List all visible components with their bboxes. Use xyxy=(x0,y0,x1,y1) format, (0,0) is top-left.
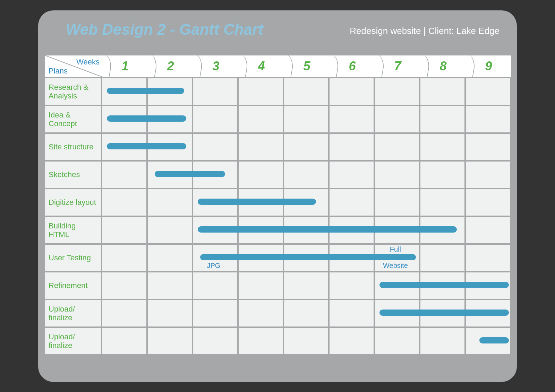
plans-axis-label: Plans xyxy=(49,67,68,76)
week-header-9: 9 xyxy=(466,55,511,77)
grid-cell xyxy=(193,160,239,188)
grid-cell xyxy=(102,77,148,105)
task-track xyxy=(102,160,511,188)
week-header-6: 6 xyxy=(330,55,375,77)
grid-cell xyxy=(239,105,284,132)
task-track: JPGFullWebsite xyxy=(102,243,511,271)
grid-cell xyxy=(375,188,420,216)
grid-cell xyxy=(375,326,420,354)
grid-cell xyxy=(375,216,420,243)
grid-cell xyxy=(193,77,239,105)
weeks-axis-label: Weeks xyxy=(76,58,100,67)
grid-cell xyxy=(148,132,193,160)
grid-cell xyxy=(466,216,511,243)
week-header-5: 5 xyxy=(284,55,330,77)
grid-cell xyxy=(102,132,148,160)
grid-cell xyxy=(102,216,148,243)
grid-cell xyxy=(148,216,193,243)
grid-cell xyxy=(420,188,466,216)
grid-cell xyxy=(239,216,284,243)
task-label: Digitize layout xyxy=(45,188,102,216)
grid-cell xyxy=(284,243,330,271)
grid-cell xyxy=(148,105,193,132)
task-label: Research & Analysis xyxy=(45,77,102,105)
task-row: Digitize layout xyxy=(45,188,511,216)
grid-cell xyxy=(193,299,239,326)
week-header-3: 3 xyxy=(193,55,239,77)
task-label: Upload/ finalize xyxy=(45,326,102,354)
grid-cell xyxy=(330,271,375,299)
task-row: Building HTML xyxy=(45,216,511,243)
grid-cell xyxy=(466,105,511,132)
grid-cell xyxy=(420,216,466,243)
grid-cell xyxy=(102,160,148,188)
gantt-card: Web Design 2 - Gantt Chart Redesign webs… xyxy=(38,10,517,382)
column-header-row: Weeks Plans 123456789 xyxy=(45,55,511,77)
grid-cell xyxy=(466,243,511,271)
task-row: Idea & Concept xyxy=(45,105,511,132)
task-row: Upload/ finalize xyxy=(45,299,511,326)
task-track xyxy=(102,216,511,243)
grid-cell xyxy=(284,160,330,188)
grid-cell xyxy=(330,188,375,216)
grid-cell xyxy=(284,132,330,160)
grid-cell xyxy=(466,77,511,105)
task-track xyxy=(102,105,511,132)
task-track xyxy=(102,326,511,354)
grid-cell xyxy=(284,271,330,299)
grid-cell xyxy=(330,243,375,271)
grid-cell xyxy=(148,243,193,271)
grid-cell xyxy=(284,216,330,243)
grid-cell xyxy=(148,188,193,216)
grid-cell xyxy=(420,77,466,105)
grid-cell xyxy=(193,326,239,354)
grid-cell xyxy=(375,299,420,326)
task-label: Sketches xyxy=(45,160,102,188)
task-row: Upload/ finalize xyxy=(45,326,511,354)
grid-cell xyxy=(193,271,239,299)
grid-cell xyxy=(148,160,193,188)
week-header-2: 2 xyxy=(148,55,193,77)
grid-cell xyxy=(284,188,330,216)
task-row: Refinement xyxy=(45,271,511,299)
grid-cell xyxy=(375,105,420,132)
task-track xyxy=(102,299,511,326)
grid-cell xyxy=(466,299,511,326)
grid-cell xyxy=(239,160,284,188)
grid-cell xyxy=(239,77,284,105)
grid-cell xyxy=(330,105,375,132)
grid-cell xyxy=(193,132,239,160)
grid-cell xyxy=(330,326,375,354)
grid-cell xyxy=(284,105,330,132)
grid-cell xyxy=(148,271,193,299)
task-label: Site structure xyxy=(45,132,102,160)
grid-cell xyxy=(102,326,148,354)
grid-cell xyxy=(466,132,511,160)
task-row: Sketches xyxy=(45,160,511,188)
grid-cell xyxy=(375,77,420,105)
gantt-rows: Research & AnalysisIdea & ConceptSite st… xyxy=(45,77,511,354)
task-label: Idea & Concept xyxy=(45,105,102,132)
grid-cell xyxy=(330,77,375,105)
axis-corner: Weeks Plans xyxy=(45,55,102,77)
grid-cell xyxy=(193,105,239,132)
grid-cell xyxy=(102,299,148,326)
task-label: Upload/ finalize xyxy=(45,299,102,326)
grid-cell xyxy=(102,243,148,271)
task-track xyxy=(102,77,511,105)
grid-cell xyxy=(375,132,420,160)
gantt-grid: Weeks Plans 123456789 Research & Analysi… xyxy=(45,55,511,354)
grid-cell xyxy=(284,299,330,326)
grid-cell xyxy=(193,188,239,216)
grid-cell xyxy=(466,188,511,216)
task-label: Building HTML xyxy=(45,216,102,243)
grid-cell xyxy=(239,271,284,299)
grid-cell xyxy=(330,299,375,326)
grid-cell xyxy=(466,326,511,354)
grid-cell xyxy=(239,299,284,326)
grid-cell xyxy=(420,132,466,160)
task-track xyxy=(102,188,511,216)
card-header: Web Design 2 - Gantt Chart Redesign webs… xyxy=(38,10,517,59)
grid-cell xyxy=(148,299,193,326)
grid-cell xyxy=(239,132,284,160)
